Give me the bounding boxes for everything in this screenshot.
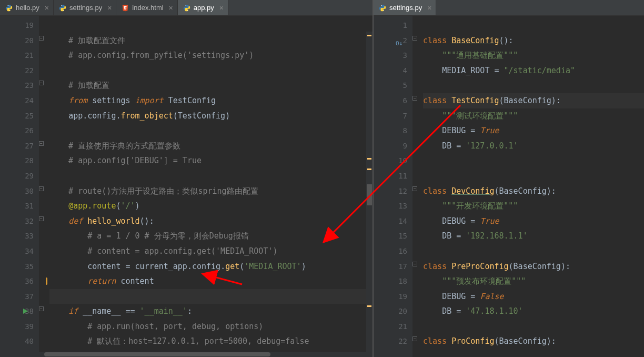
right-fold-column[interactable]: −−−−− xyxy=(412,16,420,357)
line-number: 3 xyxy=(374,48,407,63)
code-line[interactable] xyxy=(49,289,373,304)
code-line[interactable]: class TestConfig(BaseConfig): xyxy=(423,93,644,108)
fold-toggle[interactable]: − xyxy=(412,36,417,41)
run-gutter-icon[interactable] xyxy=(23,309,28,314)
close-icon[interactable]: × xyxy=(107,4,112,12)
line-number: 26 xyxy=(0,123,34,138)
code-line[interactable]: DEBUG = False xyxy=(423,289,644,304)
code-line[interactable]: class BaseConfig(): xyxy=(423,33,644,48)
code-line[interactable]: class DevConfig(BaseConfig): xyxy=(423,184,644,199)
code-line[interactable]: DB = '192.168.1.1' xyxy=(423,229,644,244)
code-line[interactable] xyxy=(423,153,644,168)
line-number: 20 xyxy=(374,304,407,319)
code-line[interactable] xyxy=(49,63,373,78)
fold-toggle[interactable]: − xyxy=(39,216,44,221)
code-line[interactable]: # a = 1 / 0 # 分母为零，则会Debug报错 xyxy=(49,229,373,244)
code-line[interactable]: app.config.from_object(TestConfig) xyxy=(49,108,373,124)
code-line[interactable]: @app.route('/') xyxy=(49,199,373,214)
line-number: 10 xyxy=(374,153,407,168)
fold-toggle[interactable]: − xyxy=(39,186,44,191)
code-line[interactable] xyxy=(423,244,644,259)
code-line[interactable]: DB = '127.0.0.1' xyxy=(423,138,644,154)
code-line[interactable]: # 加载配置文件 xyxy=(49,33,373,48)
line-number: 19 xyxy=(0,18,34,33)
code-line[interactable]: # 直接使用字典的方式配置参数 xyxy=(49,138,373,154)
fold-toggle[interactable]: − xyxy=(39,141,44,146)
code-line[interactable] xyxy=(49,123,373,138)
code-line[interactable]: from settings import TestConfig xyxy=(49,93,373,108)
right-gutter: 12O↓345678910111213141516171819202122 xyxy=(374,16,412,357)
code-line[interactable]: content = current_app.config.get('MEDIA_… xyxy=(49,259,373,274)
close-icon[interactable]: × xyxy=(45,4,49,12)
tab-settings-py[interactable]: settings.py× xyxy=(54,0,116,15)
tab-app-py[interactable]: app.py× xyxy=(178,0,228,15)
fold-toggle[interactable]: − xyxy=(39,81,44,85)
lightbulb-icon[interactable] xyxy=(46,277,47,285)
line-number: 12 xyxy=(374,184,407,199)
code-line[interactable]: if __name__ == '__main__': xyxy=(49,304,373,319)
fold-toggle[interactable]: − xyxy=(39,36,44,41)
strip-marker[interactable] xyxy=(367,168,371,170)
strip-marker[interactable] xyxy=(367,184,372,205)
code-line[interactable]: # 默认值：host=127.0.0.1, port=5000, debug=f… xyxy=(49,334,373,349)
code-line[interactable]: # app.config.from_pyfile('settings.py') xyxy=(49,48,373,63)
tab-settings-py[interactable]: settings.py× xyxy=(374,0,436,15)
code-line[interactable]: MEDIA_ROOT = "/static/media" xyxy=(423,63,644,78)
svg-point-6 xyxy=(381,5,382,5)
code-line[interactable] xyxy=(423,18,644,33)
code-line[interactable]: DEBUG = True xyxy=(423,123,644,138)
left-code-area[interactable]: # 加载配置文件 # app.config.from_pyfile('setti… xyxy=(46,16,373,357)
code-line[interactable] xyxy=(49,168,373,184)
right-editor-body[interactable]: 12O↓345678910111213141516171819202122 −−… xyxy=(374,16,644,357)
tab-index-html[interactable]: index.html× xyxy=(116,0,177,15)
fold-toggle[interactable]: − xyxy=(39,306,44,311)
code-line[interactable]: """预发布环境配置""" xyxy=(423,274,644,289)
code-line[interactable]: DEBUG = True xyxy=(423,214,644,229)
code-line[interactable]: # 加载配置 xyxy=(49,78,373,93)
strip-marker[interactable] xyxy=(367,305,371,307)
code-line[interactable] xyxy=(423,168,644,184)
code-line[interactable]: """通用基础配置""" xyxy=(423,48,644,63)
tab-label: app.py xyxy=(194,4,214,12)
code-line[interactable]: # route()方法用于设定路由；类似spring路由配置 xyxy=(49,184,373,199)
code-line[interactable]: # app.run(host, port, debug, options) xyxy=(49,319,373,334)
line-number: 4 xyxy=(374,63,407,78)
line-number: 21 xyxy=(374,319,407,334)
code-line[interactable] xyxy=(423,78,644,93)
tab-label: settings.py xyxy=(69,4,102,12)
line-number: 7 xyxy=(374,108,407,124)
line-number: 1 xyxy=(374,18,407,33)
left-fold-column[interactable]: −−−−−− xyxy=(39,16,46,357)
code-line[interactable]: """开发环境配置""" xyxy=(423,199,644,214)
svg-point-7 xyxy=(383,9,384,10)
line-number: 14 xyxy=(374,214,407,229)
close-icon[interactable]: × xyxy=(169,4,173,12)
code-line[interactable]: class PreProConfig(BaseConfig): xyxy=(423,259,644,274)
code-line[interactable]: DB = '47.18.1.10' xyxy=(423,304,644,319)
strip-marker[interactable] xyxy=(367,158,371,160)
left-marker-strip[interactable] xyxy=(366,32,373,357)
code-line[interactable]: class ProConfig(BaseConfig): xyxy=(423,334,644,349)
tab-hello-py[interactable]: hello.py× xyxy=(0,0,54,15)
code-line[interactable]: # content = app.config.get('MEDIA_ROOT') xyxy=(49,244,373,259)
horizontal-scrollbar[interactable] xyxy=(39,352,366,357)
close-icon[interactable]: × xyxy=(219,4,224,12)
strip-marker[interactable] xyxy=(367,35,371,36)
code-line[interactable] xyxy=(423,319,644,334)
close-icon[interactable]: × xyxy=(427,4,431,12)
left-editor-body[interactable]: 1920212223242526272829303132333435363738… xyxy=(0,16,373,357)
code-line[interactable] xyxy=(49,18,373,33)
fold-toggle[interactable]: − xyxy=(412,262,417,266)
code-line[interactable]: # app.config['DEBUG'] = True xyxy=(49,153,373,168)
line-number: 28 xyxy=(0,153,34,168)
right-code-area[interactable]: class BaseConfig(): """通用基础配置""" MEDIA_R… xyxy=(420,16,644,357)
line-number: 21 xyxy=(0,48,34,63)
fold-toggle[interactable]: − xyxy=(412,96,417,101)
code-line[interactable]: return content xyxy=(49,274,373,289)
code-line[interactable]: """测试环境配置""" xyxy=(423,108,644,124)
fold-toggle[interactable]: − xyxy=(412,336,417,341)
line-number: 29 xyxy=(0,168,34,184)
fold-toggle[interactable]: − xyxy=(412,186,417,191)
code-line[interactable]: def hello_world(): xyxy=(49,214,373,229)
line-number: 34 xyxy=(0,244,34,259)
